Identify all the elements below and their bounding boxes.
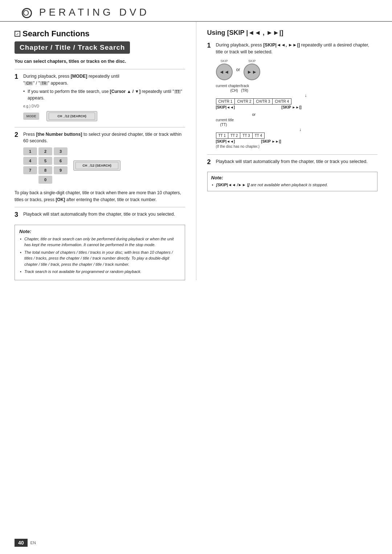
right-note-title: Note:	[211, 175, 374, 180]
right-divider	[207, 154, 378, 155]
right-step-1-num: 1	[207, 42, 213, 50]
note-item-2: The total number of chapters / titles / …	[19, 249, 180, 268]
ch-tr-4: CH/TR 4	[273, 98, 291, 104]
step-3: 3 Playback will start automatically from…	[15, 211, 185, 219]
num-buttons-area: 1 2 3 4 5 6 7 8 9 0 CH _/12 (SEARCH)	[23, 147, 185, 184]
tt-3: TT 3	[240, 133, 252, 138]
page-footer: 40 EN	[15, 539, 377, 547]
skip-left-ch-label: [SKIP|◄◄]	[216, 105, 235, 109]
footer-lang: EN	[30, 541, 36, 545]
skip-right-wrapper: SKIP ►►	[244, 59, 260, 80]
section-heading: ✓ Search Functions	[15, 29, 185, 38]
skip-left-tt-label: [SKIP|◄◄]	[216, 139, 235, 143]
diagram-header-2: current title	[216, 118, 378, 122]
num-btn-3: 3	[54, 147, 68, 155]
note-item-3: Track search is not available for progra…	[19, 269, 180, 275]
page-title: O PERATING DVD	[22, 7, 150, 18]
or-between-diagrams: or	[252, 112, 378, 117]
ch-tr-diagram: current chapter/track (CH) (TR) ↓ CH/TR …	[216, 84, 378, 109]
tt-2: TT 2	[228, 133, 240, 138]
right-step-2: 2 Playback will start automatically from…	[207, 158, 378, 166]
step-2-header: 2 Press [the Number buttons] to select y…	[15, 131, 185, 145]
chapter-banner: Chapter / Title / Track Search	[15, 41, 130, 54]
remote-area: MODE CH _/12 (SEARCH)	[23, 111, 185, 121]
num-btn-2: 2	[38, 147, 52, 155]
num-btn-5: 5	[38, 157, 52, 165]
right-step-2-text: Playback will start automatically from t…	[216, 158, 378, 165]
ch-tr-label: (CH) (TR)	[230, 89, 378, 93]
skip-right-top-label: SKIP	[248, 59, 256, 63]
section-subtitle: You can select chapters, titles or track…	[15, 59, 185, 64]
right-note-item-1: [SKIP|◄◄ /►► |] are not available when p…	[211, 182, 374, 188]
main-content: ✓ Search Functions Chapter / Title / Tra…	[0, 22, 392, 295]
display-screen-2: CH _/12 (SEARCH)	[73, 160, 121, 171]
mode-btn-label: MODE	[26, 114, 36, 118]
right-step-2-num: 2	[207, 158, 213, 166]
diagram-area: SKIP ◄◄ or SKIP ►► current chapter/track…	[216, 59, 378, 148]
tt-diagram: current title (TT) ↓ TT 1 TT 2 TT 3 TT 4	[216, 118, 378, 148]
step-3-header: 3 Playback will start automatically from…	[15, 211, 185, 219]
note-item-1: Chapter, title or track search can only …	[19, 236, 180, 248]
step-1-text: During playback, press [MODE] repeatedly…	[23, 73, 185, 102]
checkbox-icon: ✓	[15, 31, 20, 37]
display-screen-1: CH _/12 (SEARCH)	[46, 111, 97, 121]
skip-left-btn: ◄◄	[216, 64, 233, 80]
skip-btn-row: SKIP ◄◄ or SKIP ►►	[216, 59, 378, 80]
step-3-number: 3	[15, 211, 20, 219]
num-btn-1: 1	[23, 147, 37, 155]
ch-tr-1: CH/TR 1	[216, 98, 235, 104]
banner-text: Chapter / Title / Track Search	[20, 44, 125, 51]
display-text-1: CH _/12 (SEARCH)	[57, 114, 86, 118]
or-text: or	[236, 67, 240, 72]
num-btn-4: 4	[23, 157, 37, 165]
right-note-box: Note: [SKIP|◄◄ /►► |] are not available …	[207, 172, 378, 191]
right-column: Using [SKIP |◄◄ , ►►|] 1 During playback…	[196, 22, 378, 280]
skip-right-ch-label: [SKIP ►►|]	[281, 105, 301, 109]
tt-4: TT 4	[252, 133, 264, 138]
page-header: O PERATING DVD	[0, 0, 392, 22]
step-2-text: Press [the Number buttons] to select you…	[23, 131, 185, 145]
note-title: Note:	[19, 229, 180, 234]
no-chapter-note: (If the disc has no chapter.)	[216, 144, 378, 148]
tt-1: TT 1	[216, 133, 228, 138]
num-grid: 1 2 3 4 5 6 7 8 9 0	[23, 147, 68, 184]
plain-text-between: To play back a single-digit chapter, tit…	[15, 190, 185, 203]
tt-table: TT 1 TT 2 TT 3 TT 4	[216, 133, 265, 139]
num-btn-7: 7	[23, 166, 37, 174]
skip-left-wrapper: SKIP ◄◄	[216, 59, 233, 80]
diagram-header-1: current chapter/track	[216, 84, 378, 88]
ch-tr-2: CH/TR 2	[235, 98, 254, 104]
page-wrapper: O PERATING DVD ✓ Search Functions Chapte…	[0, 0, 392, 554]
section-title: Search Functions	[23, 29, 90, 38]
skip-left-top-label: SKIP	[220, 59, 228, 63]
skip-right-btn: ►►	[244, 64, 260, 80]
note-list: Chapter, title or track search can only …	[19, 236, 180, 275]
step-1-header: 1 During playback, press [MODE] repeated…	[15, 73, 185, 102]
right-step-1-text: During playback, press [SKIP|◄◄, ►►|] re…	[216, 42, 378, 56]
step-1: 1 During playback, press [MODE] repeated…	[15, 73, 185, 121]
left-column: ✓ Search Functions Chapter / Title / Tra…	[15, 22, 185, 280]
step-1-main: During playback, press [MODE] repeatedly…	[23, 74, 119, 86]
page-number: 40	[15, 539, 28, 547]
ch-tr-table: CH/TR 1 CH/TR 2 CH/TR 3 CH/TR 4	[216, 98, 292, 105]
skip-tt-labels: [SKIP|◄◄] [SKIP ►►|]	[216, 139, 281, 143]
step-1-bullets: If you want to perform the title search,…	[23, 88, 185, 101]
arrow-1: ↓	[234, 93, 378, 98]
step-2-number: 2	[15, 131, 20, 139]
divider-3	[15, 207, 185, 207]
right-step-1-header: 1 During playback, press [SKIP|◄◄, ►►|] …	[207, 42, 378, 56]
o-circle: O	[22, 8, 32, 18]
skip-ch-labels: [SKIP|◄◄] [SKIP ►►|]	[216, 105, 302, 109]
left-note-box: Note: Chapter, title or track search can…	[15, 225, 185, 280]
num-btn-9: 9	[54, 166, 68, 174]
step-2: 2 Press [the Number buttons] to select y…	[15, 131, 185, 184]
right-note-list: [SKIP|◄◄ /►► |] are not available when p…	[211, 182, 374, 188]
skip-right-tt-label: [SKIP ►►|]	[261, 139, 281, 143]
divider	[15, 69, 185, 69]
eg-label: e.g.) DVD	[23, 104, 185, 108]
divider-2	[15, 127, 185, 127]
right-step-1: 1 During playback, press [SKIP|◄◄, ►►|] …	[207, 42, 378, 148]
display-text-2: CH _/12 (SEARCH)	[82, 164, 111, 167]
step-1-number: 1	[15, 73, 20, 81]
num-btn-8: 8	[38, 166, 52, 174]
